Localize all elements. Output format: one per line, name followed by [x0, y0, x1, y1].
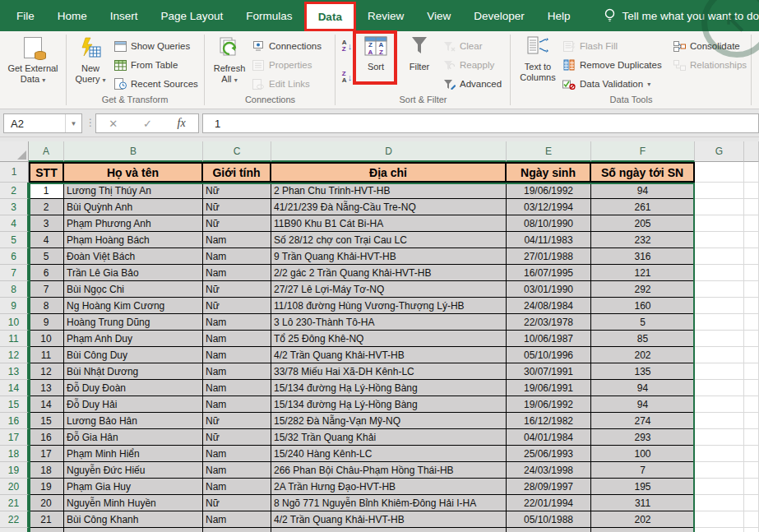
row-header-11[interactable]: 11	[0, 331, 29, 347]
tab-formulas[interactable]: Formulas	[234, 0, 303, 31]
table-cell[interactable]: Nữ	[203, 298, 271, 314]
table-cell[interactable]: Phạm Phương Anh	[64, 215, 203, 232]
cancel-entry-icon[interactable]: ✕	[109, 118, 118, 130]
empty-cell[interactable]	[695, 363, 744, 380]
table-cell[interactable]: 30/07/1991	[507, 363, 591, 380]
sort-ascending-button[interactable]: AZ↓	[338, 36, 356, 56]
empty-cell[interactable]	[695, 396, 744, 413]
table-cell[interactable]: Nam	[203, 479, 271, 495]
table-cell[interactable]: 3	[29, 215, 64, 232]
table-cell[interactable]: 100	[591, 446, 695, 462]
row-header-13[interactable]: 13	[0, 363, 29, 380]
empty-cell[interactable]	[695, 380, 744, 396]
row-header-7[interactable]: 7	[0, 265, 29, 281]
table-cell[interactable]: 28/09/1997	[507, 479, 591, 495]
active-cell-A2[interactable]: 1	[29, 183, 64, 199]
table-cell[interactable]: Nữ	[203, 429, 271, 446]
table-cell[interactable]: 22/03/1978	[507, 314, 591, 331]
table-cell[interactable]: 5	[591, 314, 695, 331]
data-validation-button[interactable]: Data Validation ▾	[562, 76, 650, 92]
empty-cell[interactable]	[695, 479, 744, 495]
table-cell[interactable]: 4/2 Trần Quang Khải-HVT-HB	[271, 347, 507, 363]
table-cell[interactable]: 27/27 Lê Lợi-Máy Tơ-NQ	[271, 281, 507, 298]
empty-cell[interactable]	[744, 528, 759, 532]
empty-cell[interactable]	[744, 479, 759, 495]
table-cell[interactable]: 2/2 gác 2 Trần Quang Khải-HVT-HB	[271, 265, 507, 281]
column-header-E[interactable]: E	[507, 141, 591, 162]
table-cell[interactable]: 08/10/1990	[507, 215, 591, 232]
table-cell[interactable]: 195	[591, 479, 695, 495]
table-cell[interactable]: Nữ	[203, 413, 271, 429]
table-cell[interactable]: 316	[591, 248, 695, 265]
row-header-4[interactable]: 4	[0, 215, 29, 232]
table-cell[interactable]: 04/11/1983	[507, 232, 591, 248]
insert-function-icon[interactable]: fx	[178, 117, 186, 130]
empty-cell[interactable]	[744, 162, 759, 183]
table-cell[interactable]: 19/06/1991	[507, 380, 591, 396]
table-cell[interactable]: Bùi Quỳnh Anh	[64, 199, 203, 215]
table-cell[interactable]: Đỗ Duy Đoàn	[64, 380, 203, 396]
remove-duplicates-button[interactable]: Remove Duplicates	[562, 57, 662, 73]
empty-cell[interactable]	[744, 413, 759, 429]
formula-input[interactable]: 1	[202, 113, 759, 133]
table-cell[interactable]: Tổ 25 Đông Khê-NQ	[271, 331, 507, 347]
table-cell[interactable]: Nữ	[203, 495, 271, 511]
row-header-9[interactable]: 9	[0, 298, 29, 314]
table-cell[interactable]: 16/12/1982	[507, 413, 591, 429]
table-cell[interactable]: 05/10/1988	[507, 511, 591, 528]
refresh-all-button[interactable]: Refresh All ▾	[209, 35, 250, 86]
table-cell[interactable]: 2A Trần Hưng Đạo-HVT-HB	[271, 479, 507, 495]
empty-cell[interactable]	[695, 462, 744, 479]
table-cell[interactable]: 19/06/1992	[507, 396, 591, 413]
table-cell[interactable]: 4	[29, 232, 64, 248]
tab-insert[interactable]: Insert	[99, 0, 150, 31]
table-cell[interactable]: Nữ	[203, 281, 271, 298]
table-cell[interactable]: 11B90 Khu B1 Cát Bi-HA	[271, 215, 507, 232]
table-cell[interactable]: 19/06/1992	[507, 183, 591, 199]
name-box[interactable]: A2 ▼	[3, 113, 82, 133]
table-cell[interactable]: 03/12/1994	[507, 199, 591, 215]
table-cell[interactable]	[507, 528, 591, 532]
empty-cell[interactable]	[695, 281, 744, 298]
row-header-21[interactable]: 21	[0, 495, 29, 511]
table-cell[interactable]: Nữ	[203, 183, 271, 199]
empty-cell[interactable]	[744, 380, 759, 396]
empty-cell[interactable]	[744, 347, 759, 363]
table-cell[interactable]: 25/06/1993	[507, 446, 591, 462]
table-cell[interactable]: Đỗ Gia Hân	[64, 429, 203, 446]
table-cell[interactable]: Nam	[203, 232, 271, 248]
empty-cell[interactable]	[695, 413, 744, 429]
table-cell[interactable]: 21	[29, 511, 64, 528]
table-cell[interactable]: Lương Thị Thúy An	[64, 183, 203, 199]
empty-cell[interactable]	[744, 495, 759, 511]
table-cell[interactable]: Nam	[203, 396, 271, 413]
confirm-entry-icon[interactable]: ✓	[143, 118, 152, 130]
tab-data[interactable]: Data	[304, 2, 356, 31]
table-cell[interactable]: 9 Trần Quang Khải-HVT-HB	[271, 248, 507, 265]
get-external-data-button[interactable]: Get External Data ▾	[3, 35, 62, 86]
table-cell[interactable]: 261	[591, 199, 695, 215]
table-cell[interactable]: Nam	[203, 331, 271, 347]
table-cell[interactable]: 15/134 đường Hạ Lý-Hồng Bàng	[271, 396, 507, 413]
table-cell[interactable]: 5	[29, 248, 64, 265]
empty-cell[interactable]	[744, 511, 759, 528]
table-cell[interactable]: 232	[591, 232, 695, 248]
tab-view[interactable]: View	[415, 0, 462, 31]
column-header-F[interactable]: F	[591, 141, 695, 162]
empty-cell[interactable]	[695, 215, 744, 232]
row-header-20[interactable]: 20	[0, 479, 29, 495]
table-cell[interactable]: Nam	[203, 363, 271, 380]
table-cell[interactable]: Số 28/12 chợ con Trại Cau LC	[271, 232, 507, 248]
table-cell[interactable]: Đoàn Việt Bách	[64, 248, 203, 265]
table-cell[interactable]: 121	[591, 265, 695, 281]
empty-cell[interactable]	[695, 331, 744, 347]
table-cell[interactable]: 41/21/239 Đà Nẵng-Cầu Tre-NQ	[271, 199, 507, 215]
empty-cell[interactable]	[695, 495, 744, 511]
empty-cell[interactable]	[695, 528, 744, 532]
table-cell[interactable]: 8	[29, 298, 64, 314]
table-cell[interactable]: 24/08/1984	[507, 298, 591, 314]
column-header-D[interactable]: D	[271, 141, 507, 162]
table-cell[interactable]: Nam	[203, 347, 271, 363]
table-cell[interactable]: Lương Bảo Hân	[64, 413, 203, 429]
table-cell[interactable]	[29, 528, 64, 532]
